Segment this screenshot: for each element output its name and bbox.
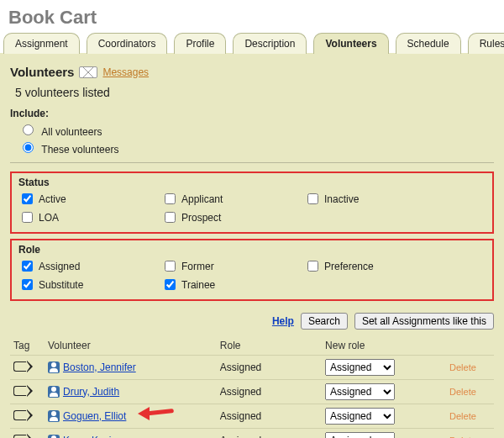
messages-link[interactable]: Messages (102, 66, 149, 78)
volunteer-link[interactable]: Drury, Judith (63, 386, 119, 398)
status-active-checkbox[interactable] (22, 193, 33, 204)
new-role-select[interactable]: AssignedSubstituteTraineeFormerPreferenc… (325, 359, 395, 376)
role-cell: Assigned (217, 404, 322, 429)
tab-bar: Assignment Coordinators Profile Descript… (0, 32, 504, 56)
include-label: Include: (10, 108, 494, 119)
panel-volunteers: Volunteers Messages 5 volunteers listed … (0, 56, 504, 438)
radio-these-volunteers[interactable] (23, 142, 34, 153)
status-inactive-checkbox[interactable] (307, 193, 318, 204)
page-title: Book Cart (0, 0, 504, 32)
user-icon (48, 386, 60, 398)
tag-icon[interactable] (13, 361, 27, 372)
table-row: Goguen, Elliot Assigned AssignedSubstitu… (10, 404, 494, 429)
radio-these-volunteers-label: These volunteers (41, 144, 118, 156)
tab-rules[interactable]: Rules (468, 33, 504, 54)
status-prospect-checkbox[interactable] (165, 212, 176, 223)
role-cell: Assigned (217, 380, 322, 404)
role-preference-label: Preference (324, 261, 374, 272)
tab-schedule[interactable]: Schedule (396, 33, 461, 54)
annotation-arrow-icon (140, 408, 184, 420)
status-applicant-checkbox[interactable] (165, 193, 176, 204)
status-loa-checkbox[interactable] (22, 212, 33, 223)
table-row: Drury, Judith Assigned AssignedSubstitut… (10, 380, 494, 404)
role-substitute-label: Substitute (39, 279, 83, 291)
tab-assignment[interactable]: Assignment (3, 33, 80, 54)
help-link[interactable]: Help (272, 315, 294, 327)
role-assigned-checkbox[interactable] (22, 261, 33, 272)
volunteer-link[interactable]: Knox, Kevin (63, 435, 117, 438)
status-filter-box: Status Active Applicant Inactive LOA Pro… (10, 172, 494, 234)
table-row: Knox, Kevin Assigned AssignedSubstituteT… (10, 429, 494, 439)
new-role-select[interactable]: AssignedSubstituteTraineeFormerPreferenc… (325, 408, 395, 425)
new-role-select[interactable]: AssignedSubstituteTraineeFormerPreferenc… (325, 432, 395, 438)
th-volunteer: Volunteer (45, 336, 217, 356)
role-filter-box: Role Assigned Former Preference Substitu… (10, 239, 494, 301)
role-trainee-label: Trainee (181, 279, 215, 291)
role-preference-checkbox[interactable] (307, 261, 318, 272)
listed-count: 5 volunteers listed (15, 86, 494, 99)
status-legend: Status (18, 177, 486, 188)
tag-icon[interactable] (13, 386, 27, 396)
delete-link[interactable]: Delete (449, 387, 476, 397)
search-button[interactable]: Search (301, 313, 348, 330)
tab-profile[interactable]: Profile (174, 33, 226, 54)
th-newrole: New role (322, 336, 446, 356)
tab-coordinators[interactable]: Coordinators (87, 33, 168, 54)
user-icon (48, 361, 60, 373)
section-title: Volunteers (10, 65, 74, 79)
delete-link[interactable]: Delete (449, 411, 476, 421)
th-role: Role (217, 336, 322, 356)
envelope-icon[interactable] (79, 66, 97, 78)
role-former-label: Former (181, 261, 214, 272)
volunteer-link[interactable]: Goguen, Elliot (63, 410, 126, 422)
table-row: Boston, Jennifer Assigned AssignedSubsti… (10, 356, 494, 380)
tab-description[interactable]: Description (233, 33, 307, 54)
status-prospect-label: Prospect (181, 212, 221, 224)
role-cell: Assigned (217, 356, 322, 380)
status-active-label: Active (39, 193, 66, 205)
role-substitute-checkbox[interactable] (22, 279, 33, 290)
role-cell: Assigned (217, 429, 322, 439)
role-former-checkbox[interactable] (165, 261, 176, 272)
tab-volunteers[interactable]: Volunteers (313, 33, 388, 54)
delete-link[interactable]: Delete (449, 362, 476, 372)
volunteer-link[interactable]: Boston, Jennifer (63, 361, 136, 373)
role-trainee-checkbox[interactable] (165, 279, 176, 290)
volunteer-table: Tag Volunteer Role New role Boston, Jenn… (10, 336, 494, 438)
new-role-select[interactable]: AssignedSubstituteTraineeFormerPreferenc… (325, 383, 395, 400)
set-all-button[interactable]: Set all Assignments like this (354, 313, 494, 330)
th-tag: Tag (10, 336, 45, 356)
status-inactive-label: Inactive (324, 193, 359, 205)
role-legend: Role (18, 244, 486, 256)
radio-all-volunteers[interactable] (23, 124, 34, 135)
status-applicant-label: Applicant (181, 193, 223, 205)
role-assigned-label: Assigned (39, 261, 80, 272)
tag-icon[interactable] (13, 410, 27, 420)
tag-icon[interactable] (13, 435, 27, 439)
status-loa-label: LOA (39, 212, 59, 224)
user-icon (48, 435, 60, 438)
user-icon (48, 410, 60, 422)
divider (10, 162, 494, 163)
radio-all-volunteers-label: All volunteers (41, 126, 102, 138)
